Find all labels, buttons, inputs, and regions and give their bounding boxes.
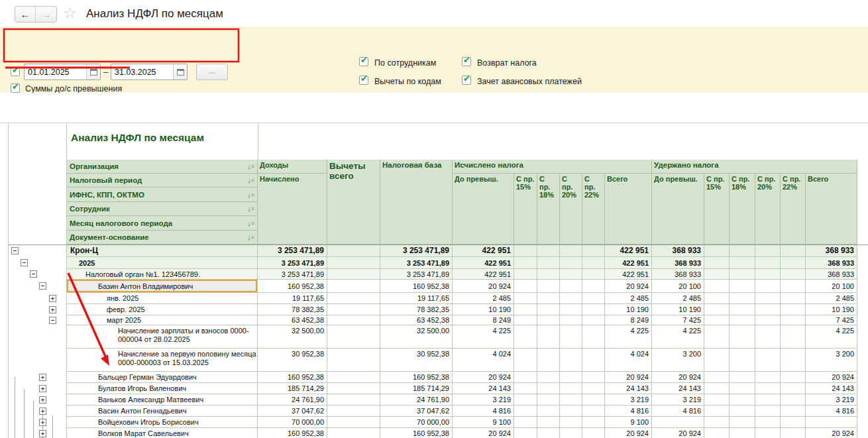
value-cell[interactable] (755, 293, 781, 303)
value-cell[interactable] (755, 428, 781, 438)
value-cell[interactable] (781, 406, 806, 416)
value-cell[interactable]: 3 253 471,89 (258, 245, 327, 256)
value-cell[interactable] (514, 406, 537, 416)
table-row[interactable]: март 202563 452,3863 452,388 2498 2497 4… (67, 315, 857, 325)
value-cell[interactable] (560, 304, 582, 315)
value-cell[interactable]: 70 000,00 (380, 417, 453, 427)
value-cell[interactable]: 10 190 (806, 304, 857, 315)
sort-icon[interactable]: ↓≡ (247, 233, 254, 241)
value-cell[interactable] (327, 315, 380, 325)
value-cell[interactable] (514, 315, 537, 325)
row-label-cell[interactable]: Налоговый орган №1. 123456789. (67, 269, 258, 279)
value-cell[interactable]: 4 816 (605, 406, 652, 416)
collapse-minus-icon[interactable]: − (21, 259, 28, 266)
report-title-cell[interactable]: Анализ НДФЛ по месяцам (67, 123, 857, 160)
value-cell[interactable] (781, 428, 806, 438)
value-cell[interactable]: 7 425 (806, 315, 857, 325)
value-cell[interactable]: 24 143 (605, 383, 652, 394)
value-cell[interactable]: 3 253 471,89 (258, 269, 327, 279)
value-cell[interactable]: 20 924 (453, 280, 514, 292)
collapse-minus-icon[interactable]: − (30, 270, 37, 278)
value-cell[interactable] (582, 325, 605, 348)
value-cell[interactable] (582, 245, 605, 256)
value-cell[interactable] (582, 417, 605, 427)
value-cell[interactable] (704, 406, 730, 416)
value-cell[interactable]: 160 952,38 (258, 428, 327, 438)
calculated-subcol-4[interactable]: С пр. 22% (582, 174, 605, 245)
value-cell[interactable] (704, 304, 730, 315)
value-cell[interactable] (730, 417, 755, 427)
value-cell[interactable]: 20 924 (605, 372, 652, 382)
value-cell[interactable]: 24 761,90 (258, 394, 327, 405)
value-cell[interactable] (560, 269, 582, 279)
value-cell[interactable] (704, 372, 730, 382)
value-cell[interactable] (806, 417, 857, 427)
calendar-button[interactable] (173, 64, 187, 80)
value-cell[interactable]: 368 933 (652, 245, 704, 256)
value-cell[interactable] (560, 349, 582, 371)
value-cell[interactable]: 160 952,38 (258, 280, 327, 292)
value-cell[interactable] (582, 372, 605, 382)
row-header-3[interactable]: Сотрудник↓≡ (67, 202, 258, 216)
value-cell[interactable]: 10 190 (605, 304, 652, 315)
row-header-1[interactable]: Налоговый период↓≡ (67, 174, 258, 188)
value-cell[interactable] (514, 349, 537, 371)
withheld-subcol-4[interactable]: С пр. 22% (781, 174, 806, 245)
row-label-cell[interactable]: Крон-Ц (67, 245, 258, 256)
value-cell[interactable]: 4 225 (806, 325, 857, 348)
value-cell[interactable] (560, 293, 582, 303)
value-cell[interactable] (755, 406, 781, 416)
table-row[interactable]: Волков Марат Савельевич160 952,38160 952… (67, 428, 857, 438)
withheld-subcol-3[interactable]: С пр. 20% (755, 174, 781, 245)
value-cell[interactable]: 7 425 (652, 315, 704, 325)
value-cell[interactable]: 19 117,65 (380, 293, 453, 303)
value-cell[interactable]: 2 485 (453, 293, 514, 303)
calculated-subcol-0[interactable]: До превыш. (453, 174, 514, 245)
value-cell[interactable] (327, 325, 380, 348)
value-cell[interactable]: 160 952,38 (380, 428, 453, 438)
value-cell[interactable]: 63 452,38 (258, 315, 327, 325)
value-cell[interactable] (327, 257, 380, 268)
value-cell[interactable]: 422 951 (605, 245, 652, 256)
value-cell[interactable] (582, 406, 605, 416)
value-cell[interactable]: 3 253 471,89 (380, 257, 453, 268)
value-cell[interactable]: 63 452,38 (380, 315, 453, 325)
value-cell[interactable] (514, 257, 537, 268)
value-cell[interactable] (730, 245, 755, 256)
value-cell[interactable]: 20 924 (605, 280, 652, 292)
value-cell[interactable] (704, 280, 730, 292)
value-cell[interactable] (781, 383, 806, 394)
value-cell[interactable] (537, 280, 560, 292)
value-cell[interactable] (755, 349, 781, 371)
row-header-2[interactable]: ИФНС, КПП, ОКТМО↓≡ (67, 188, 258, 202)
value-cell[interactable] (514, 304, 537, 315)
value-cell[interactable] (781, 349, 806, 371)
value-cell[interactable] (582, 280, 605, 292)
value-cell[interactable] (755, 245, 781, 256)
value-cell[interactable] (582, 304, 605, 315)
value-cell[interactable]: 10 190 (453, 304, 514, 315)
value-cell[interactable] (514, 372, 537, 382)
value-cell[interactable]: 422 951 (453, 257, 514, 268)
value-cell[interactable] (704, 428, 730, 438)
value-cell[interactable]: 70 000,00 (258, 417, 327, 427)
value-cell[interactable]: 2 485 (605, 293, 652, 303)
value-cell[interactable]: 4 225 (453, 325, 514, 348)
table-row[interactable]: Базин Антон Владимирович160 952,38160 95… (67, 280, 857, 293)
value-cell[interactable]: 32 500,00 (258, 325, 327, 348)
row-label-cell[interactable]: Ваньков Александр Матвеевич (67, 394, 258, 405)
calculated-subcol-3[interactable]: С пр. 20% (560, 174, 582, 245)
value-cell[interactable] (582, 394, 605, 405)
row-label-cell[interactable]: март 2025 (67, 315, 258, 325)
period-checkbox[interactable] (11, 67, 20, 76)
value-cell[interactable] (327, 417, 380, 427)
value-cell[interactable] (560, 325, 582, 348)
date-from-value[interactable]: 01.01.2025 (25, 68, 86, 77)
value-cell[interactable] (327, 280, 380, 292)
value-cell[interactable]: 2 485 (652, 293, 704, 303)
sums-checkbox[interactable] (11, 83, 20, 93)
value-cell[interactable] (537, 315, 560, 325)
value-cell[interactable] (730, 325, 755, 348)
value-cell[interactable]: 3 219 (605, 394, 652, 405)
value-cell[interactable] (582, 293, 605, 303)
